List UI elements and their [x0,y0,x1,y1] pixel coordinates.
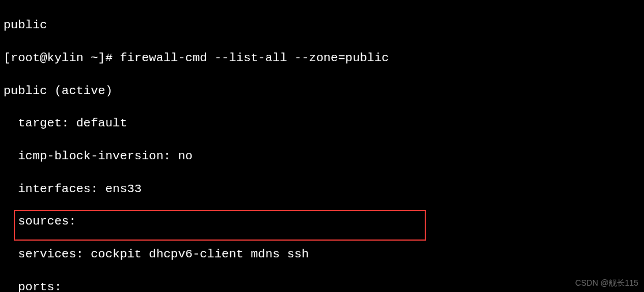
output-line: sources: [3,214,641,230]
shell-prompt: [root@kylin ~]# [3,51,120,65]
output-line: target: default [3,115,641,132]
output-line: services: cockpit dhcpv6-client mdns ssh [3,246,641,263]
output-line: ports: [3,279,641,292]
command-text: firewall-cmd --list-all --zone=public [120,51,389,65]
watermark-text: CSDN @舰长115 [575,278,638,289]
output-line: public (active) [3,83,641,99]
output-line: public [3,17,641,33]
prompt-line: [root@kylin ~]# firewall-cmd --list-all … [3,50,641,66]
output-line: icmp-block-inversion: no [3,148,641,164]
terminal-window[interactable]: public [root@kylin ~]# firewall-cmd --li… [3,1,641,292]
output-line: interfaces: ens33 [3,181,641,197]
